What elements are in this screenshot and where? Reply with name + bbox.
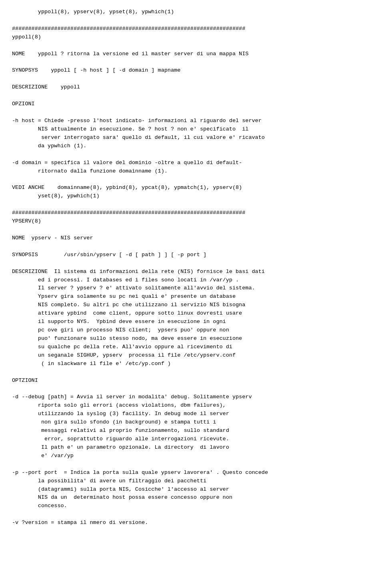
main-content: yppoll(8), ypserv(8), ypset(8), ypwhich(…: [12, 8, 372, 527]
